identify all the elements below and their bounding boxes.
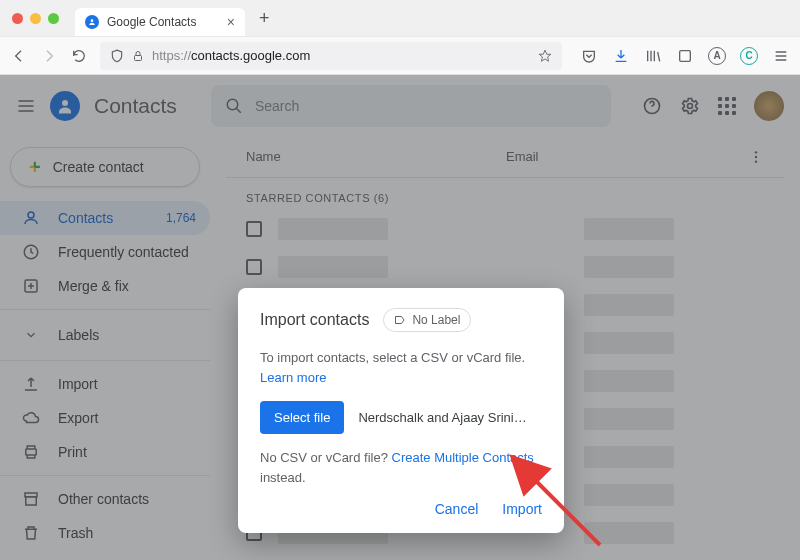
- url-text: https://contacts.google.com: [152, 48, 310, 63]
- menu-icon[interactable]: [772, 47, 790, 65]
- minimize-window-icon[interactable]: [30, 13, 41, 24]
- pocket-icon[interactable]: [580, 47, 598, 65]
- svg-point-0: [91, 19, 94, 22]
- shield-icon: [110, 49, 124, 63]
- forward-button[interactable]: [40, 47, 58, 65]
- lock-icon: [132, 50, 144, 62]
- browser-tab[interactable]: Google Contacts ×: [75, 8, 245, 36]
- download-icon[interactable]: [612, 47, 630, 65]
- browser-toolbar: https://contacts.google.com A C: [0, 36, 800, 74]
- create-multiple-link[interactable]: Create Multiple Contacts: [392, 450, 534, 465]
- browser-chrome: Google Contacts × + https://contacts.goo…: [0, 0, 800, 75]
- favicon-icon: [85, 15, 99, 29]
- select-file-button[interactable]: Select file: [260, 401, 344, 434]
- label-chip-text: No Label: [412, 313, 460, 327]
- import-button[interactable]: Import: [502, 501, 542, 517]
- bookmark-star-icon[interactable]: [538, 49, 552, 63]
- dialog-title: Import contacts: [260, 311, 369, 329]
- maximize-window-icon[interactable]: [48, 13, 59, 24]
- titlebar: Google Contacts × +: [0, 0, 800, 36]
- toolbar-right: A C: [580, 47, 790, 65]
- svg-rect-1: [135, 55, 142, 60]
- cancel-button[interactable]: Cancel: [435, 501, 479, 517]
- reload-button[interactable]: [70, 47, 88, 65]
- new-tab-button[interactable]: +: [259, 8, 270, 29]
- import-contacts-dialog: Import contacts No Label To import conta…: [238, 288, 564, 533]
- dialog-alt-text: No CSV or vCard file? Create Multiple Co…: [260, 448, 542, 487]
- label-icon: [394, 314, 406, 326]
- extension-icon[interactable]: [676, 47, 694, 65]
- dialog-actions: Cancel Import: [260, 501, 542, 517]
- account-c-icon[interactable]: C: [740, 47, 758, 65]
- url-bar[interactable]: https://contacts.google.com: [100, 42, 562, 70]
- account-a-icon[interactable]: A: [708, 47, 726, 65]
- tab-title: Google Contacts: [107, 15, 196, 29]
- learn-more-link[interactable]: Learn more: [260, 370, 326, 385]
- file-select-row: Select file Nerdschalk and Ajaay Srini…: [260, 401, 542, 434]
- close-tab-icon[interactable]: ×: [227, 14, 235, 30]
- close-window-icon[interactable]: [12, 13, 23, 24]
- selected-file-name: Nerdschalk and Ajaay Srini…: [358, 410, 526, 425]
- dialog-description: To import contacts, select a CSV or vCar…: [260, 348, 542, 387]
- dialog-header: Import contacts No Label: [260, 308, 542, 332]
- window-controls: [12, 13, 59, 24]
- back-button[interactable]: [10, 47, 28, 65]
- label-chip[interactable]: No Label: [383, 308, 471, 332]
- svg-rect-2: [680, 50, 691, 61]
- app: Contacts Search + Create contact Contact…: [0, 75, 800, 560]
- library-icon[interactable]: [644, 47, 662, 65]
